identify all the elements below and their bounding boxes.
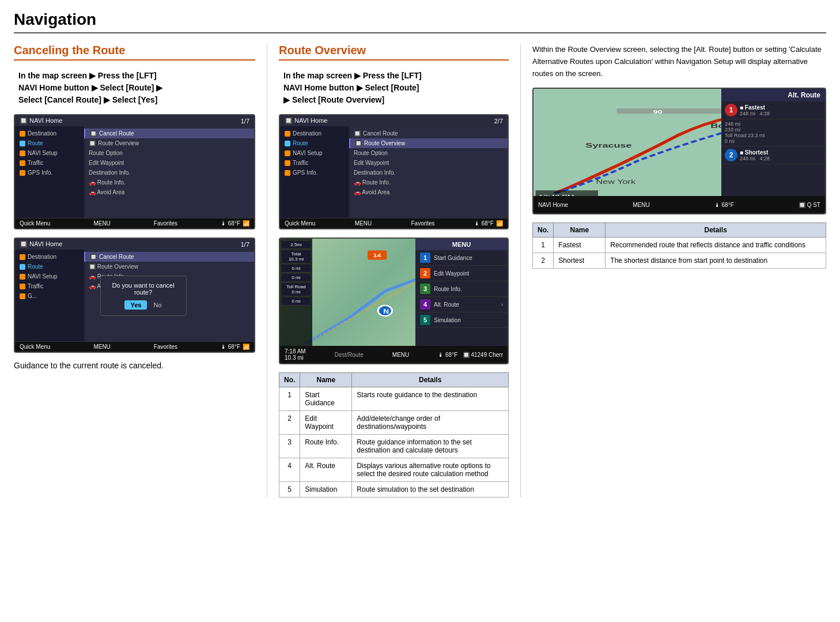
cancel-yes-button[interactable]: Yes	[124, 300, 147, 310]
navi-item-setup-2[interactable]: NAVI Setup	[15, 272, 84, 281]
navi-right-edit-waypoint-1[interactable]: Edit Waypoint	[84, 158, 254, 168]
navi-item-route-2[interactable]: Route	[15, 262, 84, 272]
route-overview-screen1: 🔲 NAVI Home 2/7 Destination Route NAVI	[279, 114, 509, 229]
navi-item-destination-2[interactable]: Destination	[15, 252, 84, 262]
navi-right-edit-waypoint-3[interactable]: Edit Waypoint	[349, 158, 508, 168]
alt-route-screen: 90 Syracuse Boston New York Philadelphia…	[532, 88, 826, 214]
navi-right-avoid-area-3[interactable]: 🚗 Avoid Area	[349, 187, 508, 197]
alt-stats-zero: 0 mi	[725, 138, 822, 144]
navi-right-dest-info-3[interactable]: Destination Info.	[349, 168, 508, 178]
alt-route-entry-2[interactable]: 2 ■ Shortest 248 mi 4:28	[721, 146, 825, 164]
navi-top-bar-1: 🔲 NAVI Home 1/7	[15, 115, 254, 126]
alt-temp: 🌡 68°F	[714, 202, 734, 208]
alt-route-panel: Alt. Route 1 ■ Fastest 248 mi 4:28 248 m…	[721, 89, 825, 196]
alt-table-header-details: Details	[606, 223, 826, 238]
quick-menu-3[interactable]: Quick Menu	[285, 220, 315, 227]
cancel-route-section: Canceling the Route In the map screen ▶ …	[14, 44, 267, 497]
alt-route-entry-1[interactable]: 1 ■ Fastest 248 mi 4:28	[721, 101, 825, 119]
menu-label-2: MENU	[93, 344, 110, 350]
navi-page-3: 2/7	[494, 118, 503, 125]
svg-point-0	[378, 306, 392, 316]
svg-rect-2	[368, 250, 387, 259]
navi-right-route-info-3[interactable]: 🚗 Route Info.	[349, 178, 508, 187]
map-dist-1: 2.5mi	[282, 241, 311, 249]
favorites-2[interactable]: Favorites	[154, 344, 177, 350]
map-menu-alt-route[interactable]: 4 Alt. Route ›	[415, 297, 508, 312]
cancel-no-button[interactable]: No	[153, 301, 161, 308]
svg-text:N: N	[383, 308, 389, 315]
menu-label-1: MENU	[93, 220, 110, 227]
navi-top-bar-2: 🔲 NAVI Home 1/7	[15, 239, 254, 250]
navi-item-setup-1[interactable]: NAVI Setup	[15, 148, 84, 158]
map-bottom-bar: 7:18 AM10.3 mi Dest/Route MENU 🌡 68°F 🔲 …	[280, 346, 508, 363]
quick-menu-1[interactable]: Quick Menu	[20, 220, 50, 227]
navi-item-route-1[interactable]: Route	[15, 138, 84, 148]
map-menu-btn[interactable]: MENU	[392, 352, 409, 358]
navi-right-route-info-1[interactable]: 🚗 Route Info.	[84, 178, 254, 187]
map-dist-5: Toll Road0 mi	[282, 283, 311, 296]
navi-right-cancel-route-3[interactable]: 🔲 Cancel Route	[349, 129, 508, 138]
navi-right-route-overview-3[interactable]: 🔲 Route Overview	[349, 138, 508, 148]
guidance-text: Guidance to the current route is cancele…	[14, 361, 255, 370]
navi-bottom-2: Quick Menu MENU Favorites 🌡 68°F 📶	[15, 341, 254, 352]
temp-1: 🌡 68°F 📶	[221, 220, 249, 227]
navi-right-route-overview-1[interactable]: 🔲 Route Overview	[84, 138, 254, 148]
map-dist-3: 0 mi	[282, 265, 311, 273]
map-dist-sidebar: 2.5mi Total10.3 mi 0 mi 0 mi Toll Road0 …	[280, 239, 312, 346]
navi-menu-left-2: Destination Route NAVI Setup Traffic	[15, 250, 84, 341]
quick-menu-2[interactable]: Quick Menu	[20, 344, 50, 350]
map-menu-route-info[interactable]: 3 Route Info.	[415, 281, 508, 297]
map-menu-start-guidance[interactable]: 1 Start Guidance	[415, 250, 508, 266]
alt-route-bottom-bar: NAVI Home MENU 🌡 68°F 🔲 Q ST	[533, 196, 825, 213]
navi-item-gps-1[interactable]: GPS Info.	[15, 168, 84, 178]
alt-menu[interactable]: MENU	[633, 202, 649, 208]
table-header-name: Name	[300, 373, 352, 387]
favorites-1[interactable]: Favorites	[154, 220, 177, 227]
navi-brand-1: 🔲 NAVI Home	[20, 117, 62, 125]
navi-right-cancel-route-2[interactable]: 🔲 Cancel Route	[84, 252, 254, 262]
alt-navi-home[interactable]: NAVI Home	[538, 202, 568, 208]
svg-text:New York: New York	[596, 179, 635, 185]
navi-right-dest-info-1[interactable]: Destination Info.	[84, 168, 254, 178]
alt-stats-total: 248 mi	[725, 121, 822, 127]
map-dist-4: 0 mi	[282, 274, 311, 282]
navi-item-traffic-2[interactable]: Traffic	[15, 281, 84, 291]
navi-right-avoid-area-1[interactable]: 🚗 Avoid Area	[84, 187, 254, 197]
table-header-details: Details	[352, 373, 509, 387]
right-description: Within the Route Overview screen, select…	[532, 44, 826, 80]
navi-item-destination-1[interactable]: Destination	[15, 129, 84, 138]
favorites-3[interactable]: Favorites	[411, 220, 435, 227]
navi-right-cancel-route[interactable]: 🔲 Cancel Route	[84, 129, 254, 138]
navi-right-route-option-1[interactable]: Route Option	[84, 148, 254, 158]
navi-item-traffic-3[interactable]: Traffic	[280, 158, 349, 168]
navi-right-route-option-3[interactable]: Route Option	[349, 148, 508, 158]
navi-item-gps-3[interactable]: GPS Info.	[280, 168, 349, 178]
navi-page-2: 1/7	[241, 241, 249, 248]
navi-item-traffic-1[interactable]: Traffic	[15, 158, 84, 168]
alt-num-1: 1	[725, 104, 737, 116]
navi-item-gps-2[interactable]: G...	[15, 291, 84, 301]
navi-right-route-overview-2[interactable]: 🔲 Route Overview	[84, 262, 254, 272]
navi-item-destination-3[interactable]: Destination	[280, 129, 349, 138]
map-menu-simulation[interactable]: 5 Simulation	[415, 312, 508, 328]
cancel-route-instruction: In the map screen ▶ Press the [LFT] NAVI…	[14, 67, 255, 108]
map-background: N 14 2.5mi Total10.3 mi 0 mi 0 mi Toll R…	[280, 239, 508, 363]
navi-item-setup-3[interactable]: NAVI Setup	[280, 148, 349, 158]
page-title: Navigation	[14, 10, 826, 29]
map-dist-6: 0 mi	[282, 297, 311, 306]
svg-text:Syracuse: Syracuse	[585, 142, 631, 149]
table-row: 2 Shortest The shortest distance from st…	[533, 253, 826, 269]
map-menu-header: MENU	[415, 239, 508, 250]
navi-content-2: Destination Route NAVI Setup Traffic	[15, 250, 254, 341]
map-menu-edit-waypoint[interactable]: 2 Edit Waypoint	[415, 266, 508, 281]
navi-bottom-3: Quick Menu MENU Favorites 🌡 68°F 📶	[280, 218, 508, 228]
alt-table-header-no: No.	[533, 223, 554, 238]
map-address: 🌡 68°F 🔲 41249 Cherr	[438, 352, 503, 358]
navi-item-route-3[interactable]: Route	[280, 138, 349, 148]
navi-menu-left-1: Destination Route NAVI Setup Traffic	[15, 126, 84, 218]
alt-num-2: 2	[725, 149, 737, 161]
navi-brand-2: 🔲 NAVI Home	[20, 240, 62, 248]
map-dist-2: Total10.3 mi	[282, 250, 311, 263]
table-row: 1 Start Guidance Starts route guidance t…	[279, 387, 509, 411]
cancel-dialog-text: Do you want to cancelroute?	[109, 282, 178, 296]
